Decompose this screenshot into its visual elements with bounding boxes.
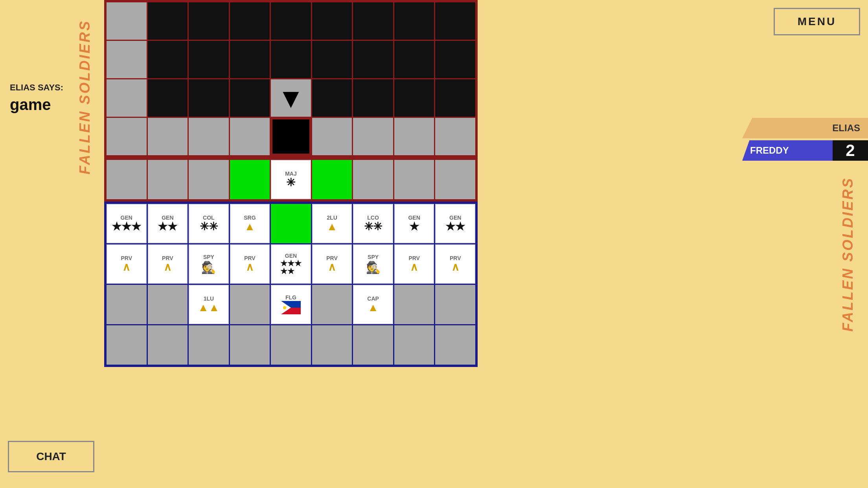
cell-p3-2[interactable] xyxy=(189,325,229,365)
cell-e1-6[interactable] xyxy=(353,41,393,78)
piece-prv4[interactable]: PRV ∧ xyxy=(313,245,351,283)
cell-n0-8[interactable] xyxy=(435,160,475,199)
cell-e3-8[interactable] xyxy=(435,118,475,155)
cell-p2-5-empty[interactable] xyxy=(312,285,352,324)
piece-prv2[interactable]: PRV ∧ xyxy=(149,245,187,283)
cell-e1-1[interactable] xyxy=(148,41,188,78)
cell-p2-3-empty[interactable] xyxy=(230,285,270,324)
cell-p2-7-empty[interactable] xyxy=(394,285,434,324)
piece-prv5[interactable]: PRV ∧ xyxy=(395,245,434,283)
cell-e0-8[interactable] xyxy=(435,2,475,40)
cell-p1-7-prv5[interactable]: PRV ∧ xyxy=(394,244,434,284)
menu-button[interactable]: MENU xyxy=(774,8,860,35)
cell-e3-2[interactable] xyxy=(189,118,229,155)
cell-e0-0[interactable] xyxy=(107,2,147,40)
piece-1lu[interactable]: 1LU ▲▲ xyxy=(189,286,228,323)
cell-n0-0[interactable] xyxy=(107,160,147,199)
cell-p0-4-green[interactable] xyxy=(271,204,311,243)
piece-prv[interactable]: PRV ∧ xyxy=(107,245,146,283)
piece-flg[interactable]: FLG xyxy=(272,286,310,323)
piece-spy[interactable]: SPY 🕵 xyxy=(189,245,228,283)
cell-e2-5[interactable] xyxy=(312,79,352,117)
cell-p1-2-spy[interactable]: SPY 🕵 xyxy=(189,244,229,284)
cell-p3-0[interactable] xyxy=(107,325,147,365)
cell-p0-2-col[interactable]: COL ✳✳ xyxy=(189,204,229,243)
cell-p0-8-gen2star2[interactable]: GEN ★★ xyxy=(435,204,475,243)
cell-e1-0[interactable] xyxy=(107,41,147,78)
cell-e2-6[interactable] xyxy=(353,79,393,117)
cell-p1-1-prv2[interactable]: PRV ∧ xyxy=(148,244,188,284)
cell-e3-0[interactable] xyxy=(107,118,147,155)
piece-gen2star2[interactable]: GEN ★★ xyxy=(436,205,474,242)
cell-p2-0-empty[interactable] xyxy=(107,285,147,324)
cell-p3-3[interactable] xyxy=(230,325,270,365)
cell-e0-1[interactable] xyxy=(148,2,188,40)
cell-p0-6-lco[interactable]: LCO ✳✳ xyxy=(353,204,393,243)
cell-e3-3[interactable] xyxy=(230,118,270,155)
cell-p3-8[interactable] xyxy=(435,325,475,365)
cell-e3-5[interactable] xyxy=(312,118,352,155)
cell-e0-7[interactable] xyxy=(394,2,434,40)
cell-e1-8[interactable] xyxy=(435,41,475,78)
piece-prv3[interactable]: PRV ∧ xyxy=(231,245,269,283)
cell-p2-4-flg[interactable]: FLG xyxy=(271,285,311,324)
cell-e0-3[interactable] xyxy=(230,2,270,40)
cell-e1-4[interactable] xyxy=(271,41,311,78)
cell-e3-4-highlighted[interactable] xyxy=(271,118,311,155)
cell-e2-2[interactable] xyxy=(189,79,229,117)
cell-p3-5[interactable] xyxy=(312,325,352,365)
piece-gen1star[interactable]: GEN ★ xyxy=(395,205,434,242)
cell-p2-2-1lu[interactable]: 1LU ▲▲ xyxy=(189,285,229,324)
cell-e3-7[interactable] xyxy=(394,118,434,155)
cell-e1-5[interactable] xyxy=(312,41,352,78)
piece-col[interactable]: COL ✳✳ xyxy=(189,205,228,242)
cell-e3-6[interactable] xyxy=(353,118,393,155)
cell-e0-6[interactable] xyxy=(353,2,393,40)
cell-e2-3[interactable] xyxy=(230,79,270,117)
cell-e1-3[interactable] xyxy=(230,41,270,78)
cell-e1-2[interactable] xyxy=(189,41,229,78)
cell-e2-4-arrow[interactable]: ▼ xyxy=(271,79,311,117)
cell-p1-8-prv6[interactable]: PRV ∧ xyxy=(435,244,475,284)
cell-n0-2[interactable] xyxy=(189,160,229,199)
cell-e2-0[interactable] xyxy=(107,79,147,117)
cell-p1-4-gen5star[interactable]: GEN ★★★★★ xyxy=(271,244,311,284)
cell-p2-8-empty[interactable] xyxy=(435,285,475,324)
piece-2lu[interactable]: 2LU ▲ xyxy=(313,205,351,242)
cell-p3-1[interactable] xyxy=(148,325,188,365)
cell-e2-8[interactable] xyxy=(435,79,475,117)
cell-p2-1-empty[interactable] xyxy=(148,285,188,324)
piece-maj[interactable]: MAJ ✳ xyxy=(272,161,310,198)
chat-button[interactable]: CHAT xyxy=(8,441,94,472)
cell-e0-4[interactable] xyxy=(271,2,311,40)
piece-lco[interactable]: LCO ✳✳ xyxy=(354,205,392,242)
cell-e3-1[interactable] xyxy=(148,118,188,155)
cell-p1-5-prv4[interactable]: PRV ∧ xyxy=(312,244,352,284)
cell-e2-1[interactable] xyxy=(148,79,188,117)
cell-p0-5-2lu[interactable]: 2LU ▲ xyxy=(312,204,352,243)
cell-n0-6[interactable] xyxy=(353,160,393,199)
cell-p1-0-prv[interactable]: PRV ∧ xyxy=(107,244,147,284)
piece-cap[interactable]: CAP ▲ xyxy=(354,286,392,323)
cell-e1-7[interactable] xyxy=(394,41,434,78)
piece-gen5star[interactable]: GEN ★★★★★ xyxy=(272,245,310,283)
piece-gen2star[interactable]: GEN ★★ xyxy=(149,205,187,242)
cell-p1-3-prv3[interactable]: PRV ∧ xyxy=(230,244,270,284)
cell-p3-4[interactable] xyxy=(271,325,311,365)
cell-p0-0-gen3star[interactable]: GEN ★★★ xyxy=(107,204,147,243)
cell-p1-6-spy2[interactable]: SPY 🕵 xyxy=(353,244,393,284)
cell-p0-3-srg[interactable]: SRG ▲ xyxy=(230,204,270,243)
piece-spy2[interactable]: SPY 🕵 xyxy=(354,245,392,283)
piece-prv6[interactable]: PRV ∧ xyxy=(436,245,474,283)
cell-n0-3-green[interactable] xyxy=(230,160,270,199)
cell-p0-1-gen2star[interactable]: GEN ★★ xyxy=(148,204,188,243)
cell-p2-6-cap[interactable]: CAP ▲ xyxy=(353,285,393,324)
cell-p0-7-gen1star[interactable]: GEN ★ xyxy=(394,204,434,243)
cell-e0-2[interactable] xyxy=(189,2,229,40)
cell-p3-6[interactable] xyxy=(353,325,393,365)
piece-gen3star[interactable]: GEN ★★★ xyxy=(107,205,146,242)
piece-srg[interactable]: SRG ▲ xyxy=(231,205,269,242)
cell-e2-7[interactable] xyxy=(394,79,434,117)
cell-p3-7[interactable] xyxy=(394,325,434,365)
cell-n0-1[interactable] xyxy=(148,160,188,199)
